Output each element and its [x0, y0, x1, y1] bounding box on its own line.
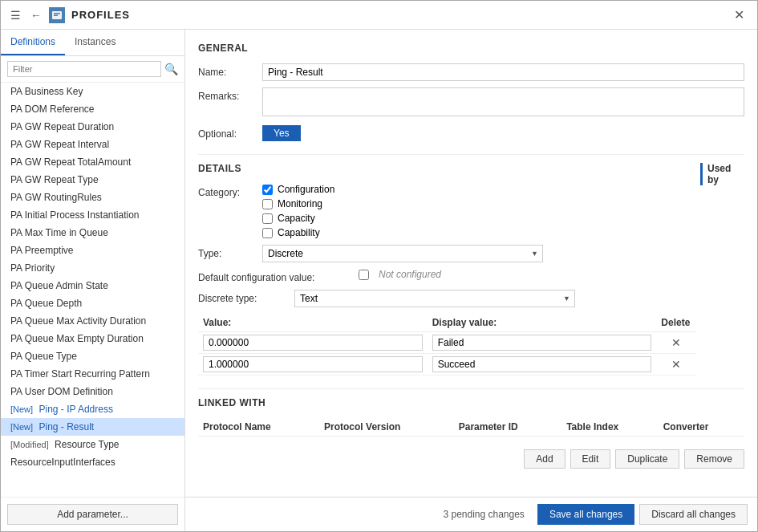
- general-header: GENERAL: [198, 43, 744, 54]
- list-item[interactable]: PA Timer Start Recurring Pattern: [1, 365, 184, 383]
- edit-button[interactable]: Edit: [570, 449, 611, 469]
- svg-rect-1: [54, 13, 60, 14]
- duplicate-button[interactable]: Duplicate: [615, 449, 679, 469]
- delete-cell-0: ✕: [656, 332, 696, 354]
- profile-icon: [49, 7, 65, 23]
- list-item[interactable]: PA GW Repeat Duration: [1, 118, 184, 136]
- delete-cell-1: ✕: [656, 354, 696, 376]
- optional-label: Optional:: [198, 125, 262, 140]
- list-item-new-ping-ip[interactable]: [New] Ping - IP Address: [1, 400, 184, 418]
- linked-table-header-row: Protocol Name Protocol Version Parameter…: [198, 418, 744, 437]
- optional-yes-button[interactable]: Yes: [262, 125, 301, 141]
- new-ping-result-label: Ping - Result: [39, 421, 94, 433]
- value-input-0[interactable]: [203, 335, 423, 351]
- remove-button[interactable]: Remove: [684, 449, 744, 469]
- list-item[interactable]: PA Business Key: [1, 83, 184, 100]
- checkbox-configuration[interactable]: Configuration: [262, 184, 696, 195]
- list-item[interactable]: PA Queue Max Activity Duration: [1, 312, 184, 330]
- add-button[interactable]: Add: [524, 449, 565, 469]
- default-config-checkbox-row[interactable]: Not configured: [359, 269, 696, 280]
- list-item[interactable]: ResourceInputInterfaces: [1, 453, 184, 471]
- checkbox-monitoring[interactable]: Monitoring: [262, 198, 696, 209]
- details-inner: Category: Configuration Monit: [198, 184, 744, 376]
- default-config-label: Default configuration value:: [198, 269, 359, 283]
- value-cell-1: [198, 354, 428, 376]
- list-item[interactable]: PA GW RoutingRules: [1, 189, 184, 206]
- section-divider-2: [198, 388, 744, 389]
- list-item-new-ping-result[interactable]: [New] Ping - Result: [1, 418, 184, 436]
- filter-input[interactable]: [7, 61, 161, 77]
- name-value: [262, 63, 744, 81]
- display-value-col-header: Display value:: [428, 314, 657, 332]
- display-value-input-1[interactable]: [432, 356, 652, 372]
- default-config-checkbox[interactable]: [359, 270, 369, 280]
- category-checkboxes: Configuration Monitoring Capacity: [262, 184, 696, 238]
- tab-definitions[interactable]: Definitions: [1, 30, 65, 55]
- bottom-action-buttons: Save all changes Discard all changes: [537, 504, 748, 525]
- list-item[interactable]: PA Queue Type: [1, 347, 184, 365]
- protocol-version-col-header: Protocol Version: [319, 418, 454, 437]
- remarks-input[interactable]: [262, 87, 744, 116]
- checkbox-capacity[interactable]: Capacity: [262, 213, 696, 224]
- back-icon[interactable]: ←: [28, 7, 44, 23]
- list-item[interactable]: PA GW Repeat Type: [1, 171, 184, 189]
- list-item[interactable]: PA GW Repeat TotalAmount: [1, 153, 184, 171]
- table-row: ✕: [198, 354, 696, 376]
- table-index-col-header: Table Index: [561, 418, 659, 437]
- list-item[interactable]: PA Priority: [1, 259, 184, 277]
- modified-badge: [Modified]: [10, 440, 49, 449]
- main-content: Definitions Instances 🔍 PA Business Key …: [1, 30, 757, 531]
- checkbox-capability[interactable]: Capability: [262, 227, 696, 238]
- list-item[interactable]: PA Initial Process Instantiation: [1, 206, 184, 224]
- converter-col-header: Converter: [659, 418, 744, 437]
- save-all-changes-button[interactable]: Save all changes: [537, 504, 634, 525]
- checkbox-configuration-input[interactable]: [262, 185, 273, 195]
- name-label: Name:: [198, 63, 262, 78]
- type-label: Type:: [198, 245, 262, 259]
- title-bar: ☰ ← PROFILES ✕: [1, 1, 757, 30]
- right-panel: GENERAL Name: Remarks: Opti: [185, 30, 757, 531]
- checkbox-capacity-input[interactable]: [262, 213, 273, 224]
- table-row: ✕: [198, 332, 696, 354]
- app-window: ☰ ← PROFILES ✕ Definitions Instances 🔍: [0, 0, 758, 532]
- filter-search-button[interactable]: 🔍: [164, 63, 178, 75]
- pending-changes-text: 3 pending changes: [443, 509, 524, 520]
- discard-all-changes-button[interactable]: Discard all changes: [639, 504, 748, 525]
- display-value-cell-0: [428, 332, 657, 354]
- value-input-1[interactable]: [203, 356, 423, 372]
- used-by-label: Used by: [707, 163, 731, 185]
- checkbox-capability-input[interactable]: [262, 228, 273, 238]
- list-item[interactable]: PA DOM Reference: [1, 100, 184, 118]
- list-item[interactable]: PA Queue Max Empty Duration: [1, 330, 184, 347]
- checkbox-monitoring-input[interactable]: [262, 199, 273, 209]
- list-item[interactable]: PA Queue Admin State: [1, 277, 184, 294]
- list-item[interactable]: PA User DOM Definition: [1, 383, 184, 400]
- tab-instances[interactable]: Instances: [65, 30, 125, 55]
- right-content: GENERAL Name: Remarks: Opti: [185, 30, 757, 497]
- new-badge: [New]: [10, 404, 33, 414]
- details-header: DETAILS: [198, 163, 744, 174]
- value-col-header: Value:: [198, 314, 428, 332]
- add-parameter-button[interactable]: Add parameter...: [7, 504, 178, 525]
- list-item[interactable]: PA Queue Depth: [1, 294, 184, 312]
- name-input[interactable]: [262, 63, 744, 81]
- delete-row-0-button[interactable]: ✕: [668, 336, 684, 349]
- discrete-type-dropdown-wrapper: Text Integer Float: [294, 290, 575, 307]
- list-item-modified-resource-type[interactable]: [Modified] Resource Type: [1, 436, 184, 453]
- discrete-type-select[interactable]: Text Integer Float: [294, 290, 575, 307]
- list-item[interactable]: PA Preemptive: [1, 242, 184, 259]
- display-value-cell-1: [428, 354, 657, 376]
- svg-rect-2: [54, 14, 58, 16]
- value-cell-0: [198, 332, 428, 354]
- name-row: Name:: [198, 63, 744, 81]
- display-value-input-0[interactable]: [432, 335, 652, 351]
- list-item[interactable]: PA Max Time in Queue: [1, 224, 184, 242]
- delete-row-1-button[interactable]: ✕: [668, 358, 684, 371]
- list-item[interactable]: PA GW Repeat Interval: [1, 136, 184, 153]
- title-bar-icons: ☰ ←: [7, 7, 65, 23]
- hamburger-icon[interactable]: ☰: [7, 7, 23, 23]
- close-button[interactable]: ✕: [728, 7, 751, 22]
- type-select[interactable]: Discrete String Integer Float Boolean: [262, 245, 543, 262]
- remarks-label: Remarks:: [198, 87, 262, 102]
- delete-col-header: Delete: [656, 314, 696, 332]
